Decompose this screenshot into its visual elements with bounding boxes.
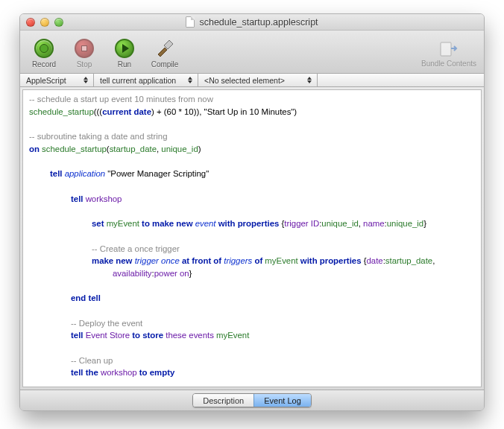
- code-line: -- subroutine taking a date and string: [29, 130, 475, 143]
- code-line: [29, 205, 475, 217]
- code-line: tell application "Power Manager Scriptin…: [29, 168, 475, 180]
- run-label: Run: [118, 60, 131, 69]
- chevron-updown-icon: [307, 76, 314, 85]
- element-value: <No selected element>: [204, 76, 285, 85]
- code-line: [29, 230, 475, 243]
- minimize-icon[interactable]: [40, 18, 49, 27]
- code-line: [29, 379, 475, 387]
- window-title: schedule_startup.applescript: [20, 16, 484, 28]
- svg-rect-0: [441, 42, 451, 56]
- script-editor-window: schedule_startup.applescript Record Stop…: [19, 13, 485, 411]
- code-line: [29, 342, 475, 355]
- code-line: -- schedule a start up event 10 minutes …: [29, 93, 475, 106]
- code-line: -- Deploy the event: [29, 317, 475, 330]
- element-selector[interactable]: <No selected element>: [198, 74, 318, 86]
- chevron-updown-icon: [188, 76, 195, 85]
- bottom-bar: Description Event Log: [20, 390, 484, 410]
- code-line: -- Clean up: [29, 355, 475, 367]
- record-button[interactable]: Record: [28, 37, 60, 69]
- tab-event-log[interactable]: Event Log: [253, 394, 311, 407]
- code-line: set myEvent to make new event with prope…: [29, 217, 475, 230]
- code-line: [29, 305, 475, 317]
- stop-icon: [75, 39, 94, 58]
- bundle-label: Bundle Contents: [421, 60, 476, 68]
- compile-label: Compile: [151, 60, 179, 69]
- code-line: availability:power on}: [29, 267, 475, 280]
- bundle-contents-button[interactable]: Bundle Contents: [421, 38, 476, 68]
- code-line: on schedule_startup(startup_date, unique…: [29, 143, 475, 156]
- target-selector[interactable]: tell current application: [94, 74, 198, 86]
- code-line: [29, 180, 475, 193]
- record-icon: [34, 39, 54, 58]
- traffic-lights: [26, 18, 63, 27]
- language-value: AppleScript: [26, 76, 66, 85]
- window-title-text: schedule_startup.applescript: [199, 17, 318, 28]
- code-line: make new trigger once at front of trigge…: [29, 255, 475, 267]
- code-line: tell Event Store to store these events m…: [29, 329, 475, 342]
- code-line: tell workshop: [29, 193, 475, 206]
- view-segmented-control: Description Event Log: [192, 393, 312, 407]
- code-line: end tell: [29, 292, 475, 305]
- code-line: tell the workshop to empty: [29, 366, 475, 379]
- zoom-icon[interactable]: [54, 18, 63, 27]
- close-icon[interactable]: [26, 18, 35, 27]
- compile-button[interactable]: Compile: [148, 37, 181, 69]
- navigation-bar: AppleScript tell current application <No…: [20, 74, 484, 87]
- language-selector[interactable]: AppleScript: [20, 74, 94, 86]
- toolbar-left-group: Record Stop Run Compile: [28, 37, 181, 69]
- code-line: [29, 155, 475, 168]
- toolbar: Record Stop Run Compile Bundle Contents: [20, 31, 484, 74]
- run-icon: [115, 39, 134, 58]
- record-label: Record: [32, 60, 56, 69]
- code-line: schedule_startup(((current date) + (60 *…: [29, 106, 475, 118]
- run-button[interactable]: Run: [108, 37, 141, 69]
- target-value: tell current application: [100, 76, 176, 85]
- hammer-icon: [154, 37, 176, 60]
- titlebar: schedule_startup.applescript: [20, 14, 484, 31]
- stop-label: Stop: [77, 60, 92, 69]
- tab-description[interactable]: Description: [193, 394, 253, 407]
- stop-button[interactable]: Stop: [68, 37, 101, 69]
- chevron-updown-icon: [84, 76, 90, 85]
- code-line: -- Create a once trigger: [29, 243, 475, 255]
- code-line: [29, 279, 475, 292]
- code-line: [29, 118, 475, 130]
- bundle-icon: [438, 38, 459, 59]
- document-icon: [186, 16, 195, 28]
- code-editor[interactable]: -- schedule a start up event 10 minutes …: [22, 89, 482, 387]
